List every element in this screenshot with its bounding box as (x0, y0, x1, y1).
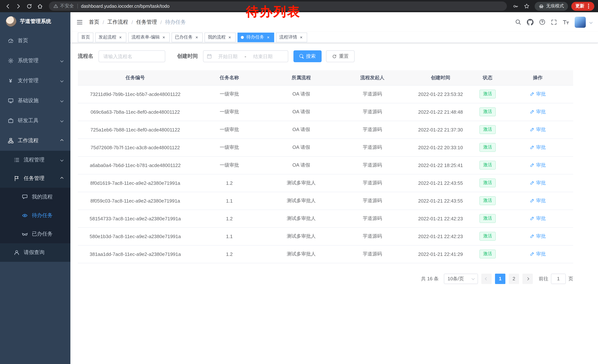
app-logo[interactable]: 芋道管理系统 (0, 12, 70, 31)
table-row: 069c6a63-7b8a-11ec-8ef0-acde48001122 一级审… (78, 103, 573, 121)
approve-link-label: 审批 (536, 108, 546, 115)
kebab-menu-icon[interactable] (588, 6, 589, 7)
reload-icon[interactable] (25, 1, 34, 11)
approve-link-label: 审批 (536, 162, 546, 169)
page-button-2[interactable]: 2 (509, 274, 519, 284)
chevron-down-icon (472, 277, 475, 280)
approve-link[interactable]: 审批 (530, 144, 546, 151)
sidebar-item-process-mgmt[interactable]: 流程管理 (0, 151, 70, 169)
page-button-1[interactable]: 1 (495, 274, 505, 284)
edit-pencil-icon (530, 109, 535, 114)
sidebar-item-task-mgmt[interactable]: 任务管理 (0, 169, 70, 188)
todo-task-table: 任务编号 任务名称 所属流程 流程发起人 创建时间 状态 操作 (78, 70, 573, 263)
sidebar-item-home[interactable]: 首页 (0, 31, 70, 51)
sidebar-item-devtools[interactable]: 研发工具 (0, 111, 70, 131)
edit-pencil-icon (530, 198, 535, 203)
avatar-caret-icon[interactable] (590, 21, 593, 24)
github-icon[interactable] (527, 19, 533, 25)
end-date-input[interactable] (248, 54, 278, 59)
task-name-cell: 1.2 (193, 210, 266, 227)
sidebar-item-system[interactable]: 系统管理 (0, 51, 70, 71)
goto-page-input[interactable] (551, 274, 566, 284)
status-cell: 激活 (473, 227, 502, 245)
initiator-cell: 芋道源码 (336, 192, 408, 210)
actions-cell: 审批 (502, 85, 573, 103)
approve-link[interactable]: 审批 (530, 197, 546, 204)
top-navbar: 首页 / 工作流程 / 任务管理 / 待办任务 (70, 12, 598, 32)
tab-done-task[interactable]: 已办任务 (172, 32, 203, 42)
reset-button[interactable]: 重置 (326, 50, 355, 62)
prev-page-button[interactable] (481, 274, 492, 284)
search-button[interactable]: 搜索 (293, 50, 322, 62)
approve-link[interactable]: 审批 (530, 233, 546, 240)
approve-link-label: 审批 (536, 251, 546, 257)
key-icon[interactable] (511, 1, 521, 11)
breadcrumb-task-mgmt[interactable]: 任务管理 (136, 19, 157, 25)
page-content: 流程名 创建时间 - 搜索 重置 (70, 43, 581, 291)
actions-cell: 审批 (502, 138, 573, 156)
font-size-icon[interactable] (562, 19, 569, 25)
update-button[interactable]: 更新 (571, 2, 594, 11)
close-icon[interactable] (194, 35, 199, 40)
sidebar-item-leave-query[interactable]: 请假查询 (0, 243, 70, 262)
edit-pencil-icon (530, 252, 535, 256)
sidebar-item-workflow[interactable]: 工作流程 (0, 131, 70, 151)
close-icon[interactable] (266, 35, 271, 40)
approve-link[interactable]: 审批 (530, 251, 546, 257)
tab-form-edit[interactable]: 流程表单-编辑 (128, 32, 170, 42)
sidebar-item-todo-task[interactable]: 待办任务 (0, 206, 70, 225)
tab-home[interactable]: 首页 (78, 32, 93, 42)
fullscreen-icon[interactable] (551, 19, 557, 25)
actions-cell: 审批 (502, 192, 573, 210)
approve-link[interactable]: 审批 (530, 162, 546, 169)
sidebar-item-label: 我的流程 (32, 194, 53, 200)
incognito-badge: 无痕模式 (535, 2, 568, 11)
col-process: 所属流程 (266, 70, 336, 85)
approve-link[interactable]: 审批 (530, 108, 546, 115)
process-cell: OA 请假 (266, 103, 336, 121)
process-name-input[interactable] (99, 50, 165, 62)
next-page-button[interactable] (523, 274, 533, 284)
tab-todo-task[interactable]: 待办任务 (238, 32, 274, 42)
breadcrumb-home[interactable]: 首页 (89, 19, 99, 25)
status-badge: 激活 (479, 196, 496, 205)
chevron-right-icon (526, 277, 529, 280)
start-date-input[interactable] (213, 54, 243, 59)
tab-my-process[interactable]: 我的流程 (205, 32, 236, 42)
close-icon[interactable] (299, 35, 304, 40)
tab-label: 首页 (81, 34, 90, 40)
sidebar-item-payment[interactable]: 支付管理 (0, 71, 70, 91)
sidebar-item-my-process[interactable]: 我的流程 (0, 188, 70, 206)
logo-avatar (6, 16, 16, 27)
tab-process-detail[interactable]: 流程详情 (276, 32, 307, 42)
sidebar-item-infrastructure[interactable]: 基础设施 (0, 91, 70, 111)
process-cell: 测试多审批人 (266, 227, 336, 245)
close-icon[interactable] (161, 35, 166, 40)
approve-link[interactable]: 审批 (530, 180, 546, 186)
bookmark-star-icon[interactable] (522, 1, 531, 11)
date-range-picker[interactable]: - (203, 50, 288, 62)
page-size-select[interactable]: 10条/页 (444, 274, 478, 284)
sidebar-item-done-task[interactable]: 已办任务 (0, 225, 70, 243)
created-cell: 2022-01-22 18:25:41 (408, 156, 473, 174)
security-indicator[interactable]: 不安全 (53, 3, 74, 9)
search-icon[interactable] (515, 19, 521, 25)
approve-link[interactable]: 审批 (530, 126, 546, 133)
close-icon[interactable] (227, 35, 232, 40)
home-icon[interactable] (35, 1, 45, 11)
approve-link[interactable]: 审批 (530, 215, 546, 222)
status-badge: 激活 (479, 107, 496, 116)
back-icon[interactable] (3, 1, 13, 11)
close-icon[interactable] (118, 35, 123, 40)
breadcrumb-workflow[interactable]: 工作流程 (108, 19, 128, 25)
sidebar-item-label: 研发工具 (18, 117, 39, 124)
approve-link[interactable]: 审批 (530, 91, 546, 97)
help-icon[interactable] (539, 19, 545, 25)
sidebar-toggle-icon[interactable] (76, 19, 83, 25)
initiator-cell: 芋道源码 (336, 174, 408, 192)
table-row: 381aa1dd-7ac8-11ec-a9e2-a2380e71991a 1.2… (78, 245, 573, 263)
user-avatar[interactable] (575, 16, 586, 28)
task-name-cell: 1.1 (193, 227, 266, 245)
forward-icon[interactable] (14, 1, 23, 11)
tab-start-process[interactable]: 发起流程 (95, 32, 126, 42)
